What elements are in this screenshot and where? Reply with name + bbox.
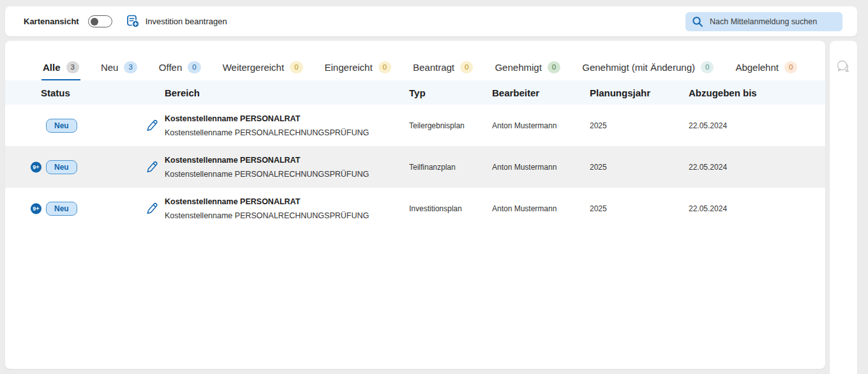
bereich-subtitle: Kostenstellenname PERSONALRECHNUNGSPRÜFU… — [165, 128, 409, 137]
column-header-planungsjahr: Planungsjahr — [590, 87, 689, 98]
bereich-subtitle: Kostenstellenname PERSONALRECHNUNGSPRÜFU… — [165, 170, 409, 179]
column-header-abzugeben-bis: Abzugeben bis — [689, 87, 825, 98]
row-abzugeben-bis: 22.05.2024 — [689, 121, 825, 130]
tab-label: Eingereicht — [325, 62, 373, 73]
tab-abgelehnt[interactable]: Abgelehnt 0 — [734, 61, 798, 81]
tab-beantragt[interactable]: Beantragt 0 — [412, 61, 474, 81]
tab-label: Beantragt — [413, 62, 454, 73]
search-box[interactable] — [685, 12, 842, 31]
table-row[interactable]: Neu Kostenstellenname PERSONALRAT Kosten… — [5, 105, 825, 146]
tab-count-badge: 0 — [188, 61, 200, 74]
right-side-rail — [830, 41, 857, 374]
row-abzugeben-bis: 22.05.2024 — [689, 163, 825, 172]
tab-count-badge: 0 — [701, 61, 714, 74]
bereich-title: Kostenstellenname PERSONALRAT — [165, 114, 409, 123]
bereich-title: Kostenstellenname PERSONALRAT — [165, 156, 409, 165]
invoice-add-icon — [126, 15, 140, 28]
tab-count-badge: 3 — [124, 61, 137, 74]
row-typ: Teilfinanzplan — [409, 163, 492, 172]
notification-count-badge: 9+ — [31, 161, 41, 172]
tab-count-badge: 0 — [290, 61, 303, 74]
row-bearbeiter: Anton Mustermann — [492, 204, 590, 213]
tab-label: Weitergereicht — [223, 62, 284, 73]
bereich-title: Kostenstellenname PERSONALRAT — [165, 197, 409, 206]
card-view-label: Kartenansicht — [24, 17, 79, 26]
tab-count-badge: 0 — [460, 61, 473, 74]
tab-count-badge: 0 — [378, 61, 391, 74]
tab-label: Genehmigt (mit Änderung) — [582, 62, 695, 73]
tab-alle[interactable]: Alle 3 — [41, 61, 80, 81]
tab-weitergereicht[interactable]: Weitergereicht 0 — [221, 61, 304, 81]
tab-label: Genehmigt — [495, 62, 541, 73]
row-planungsjahr: 2025 — [590, 163, 689, 172]
tab-offen[interactable]: Offen 0 — [158, 61, 202, 81]
tab-genehmigt[interactable]: Genehmigt 0 — [493, 61, 562, 81]
status-badge: Neu — [46, 160, 77, 174]
table-row[interactable]: 9+ Neu Kostenstellenname PERSONALRAT Kos… — [5, 146, 825, 188]
tab-label: Neu — [101, 62, 119, 73]
tab-label: Abgelehnt — [735, 62, 779, 73]
toolbar-left-group: Kartenansicht Investition beantragen — [5, 15, 685, 28]
table-header: Status Bereich Typ Bearbeiter Planungsja… — [5, 80, 825, 105]
status-filter-tabs: Alle 3 Neu 3 Offen 0 Weitergereicht 0 Ei… — [5, 41, 825, 80]
bereich-subtitle: Kostenstellenname PERSONALRECHNUNGSPRÜFU… — [165, 211, 409, 220]
card-view-toggle[interactable] — [88, 15, 112, 27]
tab-eingereicht[interactable]: Eingereicht 0 — [324, 61, 393, 81]
row-planungsjahr: 2025 — [590, 204, 689, 213]
table-body: Neu Kostenstellenname PERSONALRAT Kosten… — [5, 105, 825, 229]
chat-bubble-icon[interactable] — [835, 59, 851, 75]
status-badge: Neu — [46, 202, 77, 216]
column-header-bereich: Bereich — [165, 87, 409, 98]
toggle-knob — [91, 18, 98, 26]
tab-neu[interactable]: Neu 3 — [100, 61, 138, 81]
tab-genehmigt-mit-änderung[interactable]: Genehmigt (mit Änderung) 0 — [581, 61, 715, 81]
row-bearbeiter: Anton Mustermann — [492, 121, 590, 130]
search-icon — [692, 16, 703, 27]
column-header-typ: Typ — [409, 87, 492, 98]
column-header-bearbeiter: Bearbeiter — [492, 87, 590, 98]
edit-pencil-icon[interactable] — [145, 119, 159, 133]
table-row[interactable]: 9+ Neu Kostenstellenname PERSONALRAT Kos… — [5, 188, 825, 229]
edit-pencil-icon[interactable] — [145, 160, 159, 174]
notification-count-badge: 9+ — [31, 203, 41, 214]
top-toolbar: Kartenansicht Investition beantragen — [5, 6, 857, 36]
search-input[interactable] — [710, 17, 836, 26]
tab-count-badge: 0 — [784, 61, 797, 74]
request-investment-button[interactable]: Investition beantragen — [126, 15, 227, 28]
row-abzugeben-bis: 22.05.2024 — [689, 204, 825, 213]
row-planungsjahr: 2025 — [590, 121, 689, 130]
tab-count-badge: 3 — [66, 61, 79, 74]
status-badge: Neu — [46, 119, 77, 133]
mittelanmeldung-list-panel: Alle 3 Neu 3 Offen 0 Weitergereicht 0 Ei… — [5, 41, 825, 369]
row-typ: Investitionsplan — [409, 204, 492, 213]
tab-label: Alle — [43, 62, 61, 73]
row-typ: Teilergebnisplan — [409, 121, 492, 130]
tab-count-badge: 0 — [548, 61, 560, 74]
column-header-status: Status — [31, 87, 145, 98]
row-bearbeiter: Anton Mustermann — [492, 163, 590, 172]
tab-label: Offen — [159, 62, 182, 73]
edit-pencil-icon[interactable] — [145, 202, 159, 216]
request-investment-label: Investition beantragen — [146, 17, 227, 26]
